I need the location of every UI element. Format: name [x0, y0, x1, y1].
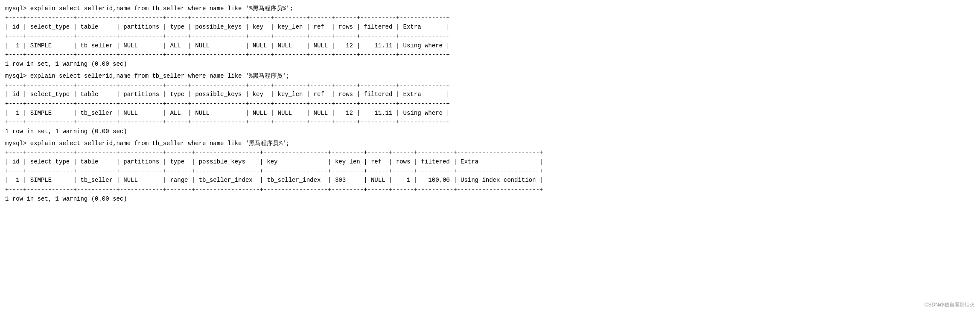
- terminal-block-block2: mysql> explain select sellerid,name from…: [5, 72, 975, 137]
- watermark-text: CSDN@独自看那烟火: [925, 301, 975, 309]
- terminal-block-block1: mysql> explain select sellerid,name from…: [5, 4, 975, 69]
- block-content-block2: mysql> explain select sellerid,name from…: [5, 72, 975, 137]
- block-content-block1: mysql> explain select sellerid,name from…: [5, 4, 975, 69]
- terminal-block-block3: mysql> explain select sellerid,name from…: [5, 139, 975, 204]
- block-content-block3: mysql> explain select sellerid,name from…: [5, 139, 975, 204]
- terminal-container: mysql> explain select sellerid,name from…: [5, 4, 975, 204]
